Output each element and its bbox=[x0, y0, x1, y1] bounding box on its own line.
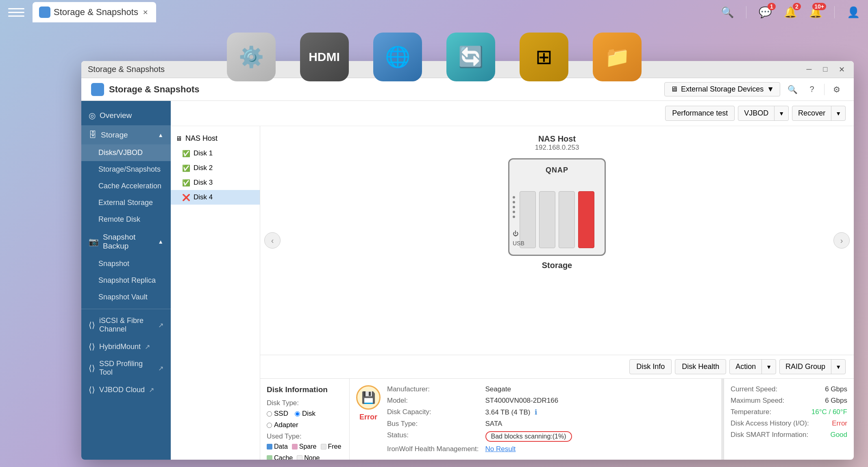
window-controls: ─ □ ✕ bbox=[803, 64, 847, 75]
app-header-right: 🖥 External Storage Devices ▼ 🔍 ? ⚙ bbox=[664, 82, 844, 97]
sidebar-item-snapshot-replica[interactable]: Snapshot Replica bbox=[81, 272, 171, 289]
cache-acceleration-label: Cache Acceleration bbox=[98, 182, 161, 190]
app-tab[interactable]: Storage & Snapshots ✕ bbox=[33, 2, 156, 22]
disk-error-label: Error bbox=[359, 413, 377, 421]
nas-subtitle: 192.168.0.253 bbox=[535, 144, 579, 152]
ssd-radio[interactable] bbox=[267, 411, 272, 417]
adapter-radio[interactable] bbox=[267, 423, 272, 428]
disk-type-label: Disk Type: bbox=[267, 399, 343, 407]
external-storage-sub-label: External Storage bbox=[98, 199, 153, 207]
header-help-button[interactable]: ? bbox=[805, 82, 819, 97]
nas-power-icon: ⏻ bbox=[513, 230, 524, 237]
hamburger-menu[interactable] bbox=[8, 4, 24, 20]
tab-close[interactable]: ✕ bbox=[141, 8, 150, 16]
alerts-icon[interactable]: 🔔 10+ bbox=[809, 6, 822, 19]
folder-app-icon[interactable]: 📁 bbox=[593, 33, 642, 81]
sync-app-icon[interactable]: 🔄 bbox=[446, 33, 495, 81]
sidebar-item-disks-vjbod[interactable]: Disks/VJBOD bbox=[81, 144, 171, 161]
action-arrow[interactable]: ▼ bbox=[762, 361, 776, 373]
remote-disk-label: Remote Disk bbox=[98, 215, 140, 223]
nas-dots bbox=[513, 196, 515, 218]
sidebar-item-hybridmount[interactable]: ⟨⟩ HybridMount ↗ bbox=[81, 338, 171, 356]
nas-title: NAS Host bbox=[538, 134, 576, 144]
smart-row: Disk SMART Information: Good bbox=[731, 431, 847, 439]
sidebar-item-ssd-profiling[interactable]: ⟨⟩ SSD Profiling Tool ↗ bbox=[81, 356, 171, 381]
ssd-profiling-external-icon: ↗ bbox=[158, 364, 163, 372]
maximize-button[interactable]: □ bbox=[820, 64, 831, 75]
disk3-item[interactable]: ✅ Disk 3 bbox=[171, 175, 260, 190]
free-legend-label: Free bbox=[328, 443, 342, 450]
status-value: Bad blocks scanning:(1%) bbox=[485, 431, 572, 442]
sidebar-item-external-storage[interactable]: External Storage bbox=[81, 194, 171, 211]
disk2-item[interactable]: ✅ Disk 2 bbox=[171, 161, 260, 175]
ssd-option[interactable]: SSD bbox=[267, 410, 288, 418]
minimize-button[interactable]: ─ bbox=[803, 64, 815, 75]
sidebar-item-cache-acceleration[interactable]: Cache Acceleration bbox=[81, 178, 171, 194]
header-settings-button[interactable]: ⚙ bbox=[829, 82, 844, 97]
nas-drive3 bbox=[559, 191, 575, 248]
sidebar-item-snapshot-vault[interactable]: Snapshot Vault bbox=[81, 289, 171, 306]
legend-spare: Spare bbox=[292, 443, 317, 450]
sidebar-item-storage[interactable]: 🗄 Storage ▲ bbox=[81, 125, 171, 144]
spare-legend-dot bbox=[292, 444, 298, 450]
close-button[interactable]: ✕ bbox=[836, 64, 847, 75]
apps-app-icon[interactable]: ⊞ bbox=[520, 33, 568, 81]
raid-group-button[interactable]: RAID Group bbox=[780, 360, 831, 374]
nas-dot2 bbox=[513, 201, 515, 203]
sidebar-item-iscsi[interactable]: ⟨⟩ iSCSI & Fibre Channel ↗ bbox=[81, 312, 171, 338]
temperature-label: Temperature: bbox=[731, 408, 771, 416]
disk4-item[interactable]: ❌ Disk 4 bbox=[171, 190, 260, 205]
sidebar-item-vjbod-cloud[interactable]: ⟨⟩ VJBOD Cloud ↗ bbox=[81, 381, 171, 399]
hdmi-app-icon[interactable]: HDMI bbox=[300, 33, 349, 81]
storage-icon: 🗄 bbox=[89, 130, 97, 140]
cache-legend-label: Cache bbox=[274, 454, 293, 460]
nas-vis-area: ‹ NAS Host 192.168.0.253 QNAP bbox=[260, 126, 854, 460]
external-storage-button[interactable]: 🖥 External Storage Devices ▼ bbox=[664, 82, 780, 96]
disk1-item[interactable]: ✅ Disk 1 bbox=[171, 146, 260, 161]
search-icon[interactable]: 🔍 bbox=[721, 6, 734, 19]
data-legend-dot bbox=[267, 444, 272, 450]
nas-drive4-error bbox=[578, 191, 594, 248]
snapshot-replica-label: Snapshot Replica bbox=[98, 276, 156, 284]
vjbod-cloud-external-icon: ↗ bbox=[149, 386, 154, 394]
nav-right-button[interactable]: › bbox=[833, 232, 850, 249]
raid-group-arrow[interactable]: ▼ bbox=[831, 361, 845, 373]
recover-arrow[interactable]: ▼ bbox=[831, 107, 845, 120]
messages-icon[interactable]: 💬 1 bbox=[759, 6, 772, 19]
sidebar-item-remote-disk[interactable]: Remote Disk bbox=[81, 211, 171, 228]
os-topbar: Storage & Snapshots ✕ 🔍 💬 1 🔔 2 🔔 10+ 👤 bbox=[0, 0, 868, 24]
hybridmount-external-icon: ↗ bbox=[145, 343, 150, 351]
alerts-badge: 10+ bbox=[812, 3, 826, 10]
disk-option[interactable]: Disk bbox=[295, 410, 315, 418]
messages-badge: 1 bbox=[768, 3, 776, 10]
disk-health-button[interactable]: Disk Health bbox=[675, 359, 726, 374]
vjbod-cloud-label: VJBOD Cloud bbox=[99, 386, 145, 394]
sidebar-item-snapshot[interactable]: Snapshot bbox=[81, 255, 171, 272]
ssd-profiling-label: SSD Profiling Tool bbox=[99, 360, 154, 377]
sidebar-item-storage-snapshots[interactable]: Storage/Snapshots bbox=[81, 161, 171, 178]
disk-radio[interactable] bbox=[295, 411, 300, 417]
sidebar: ◎ Overview 🗄 Storage ▲ Disks/VJBOD Stora… bbox=[81, 101, 171, 460]
smart-label: Disk SMART Information: bbox=[731, 431, 808, 439]
sidebar-item-overview[interactable]: ◎ Overview bbox=[81, 106, 171, 125]
action-button[interactable]: Action bbox=[730, 360, 762, 374]
sidebar-item-snapshot-backup[interactable]: 📷 Snapshot Backup ▲ bbox=[81, 228, 171, 255]
nas-label: Storage bbox=[542, 261, 572, 270]
recover-button[interactable]: Recover bbox=[792, 106, 831, 120]
performance-test-button[interactable]: Performance test bbox=[665, 106, 735, 121]
adapter-option[interactable]: Adapter bbox=[267, 421, 343, 429]
nas-host-item[interactable]: 🖥 NAS Host bbox=[171, 131, 260, 146]
raid-group-split-button: RAID Group ▼ bbox=[779, 359, 846, 374]
disk-info-left: Disk Information Disk Type: SSD Disk bbox=[260, 379, 350, 460]
ironwolf-value[interactable]: No Result bbox=[485, 445, 572, 453]
network-app-icon[interactable]: 🌐 bbox=[373, 33, 422, 81]
vjbod-button[interactable]: VJBOD bbox=[738, 106, 774, 120]
user-icon[interactable]: 👤 bbox=[847, 6, 860, 19]
disk-info-title: Disk Information bbox=[267, 385, 343, 394]
settings-app-icon[interactable]: ⚙️ bbox=[227, 33, 276, 81]
notifications-icon[interactable]: 🔔 2 bbox=[784, 6, 797, 19]
header-search-button[interactable]: 🔍 bbox=[785, 82, 800, 97]
vjbod-arrow[interactable]: ▼ bbox=[774, 107, 788, 120]
disk-info-button[interactable]: Disk Info bbox=[629, 359, 672, 374]
recover-split-button: Recover ▼ bbox=[792, 106, 846, 121]
